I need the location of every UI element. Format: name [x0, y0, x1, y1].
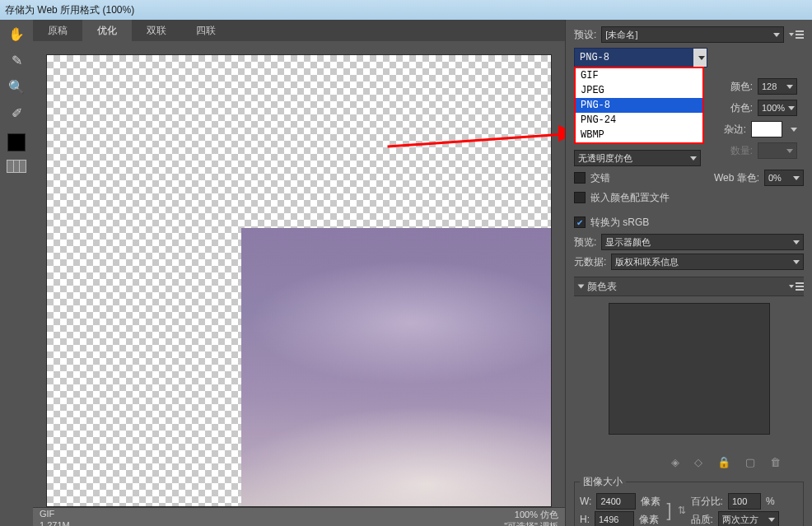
- color-table-label: 颜色表: [587, 280, 617, 294]
- transparency-dither-select[interactable]: 无透明度仿色: [574, 150, 701, 166]
- canvas-area: [33, 41, 565, 507]
- status-format: GIF: [40, 509, 54, 519]
- image-size-label: 图像大小: [580, 475, 626, 489]
- image-content: [241, 228, 551, 506]
- quality-label: 品质:: [691, 513, 713, 527]
- color-table-area: [574, 296, 804, 454]
- web-snap-select[interactable]: 0%: [764, 170, 804, 186]
- chevron-down-icon: [773, 33, 780, 37]
- tab-4up[interactable]: 四联: [181, 20, 231, 41]
- matte-swatch[interactable]: [751, 121, 782, 137]
- convert-srgb-checkbox[interactable]: ✔: [574, 216, 586, 228]
- colors-select[interactable]: 128: [758, 78, 797, 95]
- chevron-down-icon: [690, 156, 697, 161]
- ct-new-icon[interactable]: ▢: [745, 456, 755, 468]
- color-swatch[interactable]: [7, 133, 26, 151]
- status-palette: "可选择" 调板: [504, 520, 558, 526]
- slice-tool-icon[interactable]: ✎: [6, 51, 27, 69]
- format-option-png24[interactable]: PNG-24: [576, 113, 702, 128]
- color-table-header[interactable]: 颜色表: [574, 277, 804, 296]
- amount-select: [758, 142, 797, 159]
- status-filesize: 1.271M: [40, 520, 70, 526]
- chevron-down-icon[interactable]: [791, 128, 797, 132]
- tool-strip: ✋ ✎ 🔍 ✐: [0, 20, 33, 526]
- percent-input[interactable]: [728, 493, 761, 510]
- preview-label: 预览:: [574, 235, 596, 249]
- status-bar: GIF 1.271M 100% 仿色 "可选择" 调板: [33, 507, 565, 526]
- format-option-png8[interactable]: PNG-8: [576, 98, 702, 113]
- width-label: W:: [580, 496, 591, 507]
- color-table-buttons: ◈ ◇ 🔒 ▢ 🗑: [574, 454, 804, 472]
- slice-visibility-icon[interactable]: [7, 160, 26, 173]
- format-option-wbmp[interactable]: WBMP: [576, 128, 702, 142]
- chevron-down-icon: [788, 106, 795, 110]
- web-snap-label: Web 靠色:: [714, 171, 759, 185]
- format-options-column: 颜色: 128 仿色: 100% 杂边: 数量:: [708, 77, 797, 160]
- amount-label: 数量:: [730, 144, 753, 158]
- chevron-down-icon: [786, 85, 793, 89]
- interlaced-checkbox[interactable]: [574, 172, 586, 184]
- height-unit: 像素: [639, 513, 659, 527]
- chevron-down-icon: [786, 149, 793, 153]
- canvas[interactable]: [46, 54, 552, 507]
- ct-trash-icon[interactable]: 🗑: [770, 456, 781, 468]
- ct-btn-2[interactable]: ◇: [694, 456, 702, 468]
- metadata-label: 元数据:: [574, 255, 606, 269]
- collapse-icon: [578, 285, 585, 289]
- format-option-gif[interactable]: GIF: [576, 68, 702, 83]
- preset-menu-button[interactable]: [789, 30, 804, 40]
- tab-original[interactable]: 原稿: [33, 20, 82, 41]
- interlaced-label: 交错: [590, 171, 610, 185]
- chevron-down-icon: [793, 240, 800, 244]
- settings-panel: 预设: [未命名] PNG-8 GIF JPEG PNG-8 PNG-24 WB…: [565, 20, 812, 526]
- ct-btn-1[interactable]: ◈: [671, 456, 679, 468]
- dither-select[interactable]: 100%: [758, 100, 797, 116]
- colors-value: 128: [762, 78, 777, 95]
- dither-value: 100%: [762, 100, 785, 116]
- image-size-group: 图像大小 W: 像素 H: 像素 ] ⇅: [574, 475, 804, 526]
- eyedropper-tool-icon[interactable]: ✐: [6, 104, 27, 122]
- colors-label: 颜色:: [730, 80, 753, 94]
- percent-label: 百分比:: [691, 495, 723, 509]
- matte-label: 杂边:: [724, 123, 746, 137]
- color-table-menu-button[interactable]: [789, 282, 804, 291]
- tab-optimized[interactable]: 优化: [82, 20, 132, 41]
- format-select[interactable]: PNG-8: [574, 48, 707, 67]
- metadata-select[interactable]: 版权和联系信息: [611, 254, 804, 270]
- chevron-down-icon: [768, 518, 775, 522]
- chevron-down-icon: [793, 260, 800, 264]
- preset-label: 预设:: [574, 28, 596, 42]
- percent-sign: %: [766, 496, 775, 507]
- tab-2up[interactable]: 双联: [132, 20, 181, 41]
- hand-tool-icon[interactable]: ✋: [6, 25, 27, 43]
- preset-select[interactable]: [未命名]: [601, 26, 784, 43]
- link-bracket: ]: [666, 503, 671, 518]
- web-snap-value: 0%: [768, 170, 782, 186]
- convert-srgb-label: 转换为 sRGB: [590, 216, 649, 230]
- color-table-box[interactable]: [609, 303, 770, 435]
- zoom-tool-icon[interactable]: 🔍: [6, 77, 27, 95]
- metadata-value: 版权和联系信息: [615, 254, 679, 270]
- dither-label: 仿色:: [730, 101, 753, 115]
- height-label: H:: [580, 514, 590, 525]
- preset-value: [未命名]: [605, 26, 637, 43]
- embed-profile-checkbox[interactable]: [574, 192, 586, 203]
- format-dropdown-button[interactable]: [693, 49, 707, 67]
- quality-select[interactable]: 两次立方: [718, 511, 779, 526]
- width-unit: 像素: [641, 495, 660, 509]
- window-title: 存储为 Web 所用格式 (100%): [0, 0, 812, 20]
- format-value: PNG-8: [580, 52, 609, 63]
- chevron-down-icon: [793, 176, 800, 180]
- width-input[interactable]: [596, 493, 636, 510]
- ct-lock-icon[interactable]: 🔒: [717, 456, 730, 468]
- preview-tabs: 原稿 优化 双联 四联: [33, 20, 565, 41]
- preview-value: 显示器颜色: [605, 234, 651, 250]
- embed-profile-label: 嵌入颜色配置文件: [590, 191, 670, 205]
- transparency-dither-value: 无透明度仿色: [578, 150, 632, 166]
- quality-value: 两次立方: [722, 511, 758, 526]
- preview-select[interactable]: 显示器颜色: [601, 234, 804, 250]
- format-option-jpeg[interactable]: JPEG: [576, 83, 702, 98]
- link-icon[interactable]: ⇅: [678, 505, 686, 516]
- status-quality: 100% 仿色: [515, 509, 558, 521]
- height-input[interactable]: [595, 511, 634, 526]
